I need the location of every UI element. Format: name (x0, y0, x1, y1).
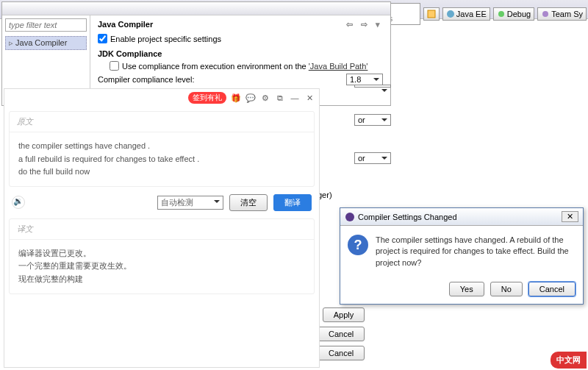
gift-icon[interactable]: 🎁 (231, 93, 241, 103)
dialog-close-icon[interactable]: ✕ (562, 211, 578, 222)
speaker-icon[interactable]: 🔉 (12, 196, 25, 209)
site-logo: 中文网 (551, 352, 587, 369)
use-execution-env-checkbox[interactable]: Use compliance from execution environmen… (110, 61, 383, 71)
dialog-message: The compiler settings have changed. A re… (376, 235, 576, 268)
translate-button[interactable]: 翻译 (273, 194, 312, 211)
svg-point-3 (542, 11, 548, 17)
svg-rect-0 (428, 10, 435, 18)
chat-icon[interactable]: 💬 (245, 93, 256, 103)
page-title: Java Compiler (98, 20, 153, 29)
yes-button[interactable]: Yes (449, 282, 484, 296)
perspective-team[interactable]: Team Sy (537, 7, 587, 21)
dialog-cancel-button[interactable]: Cancel (528, 282, 576, 296)
minimize-icon[interactable]: — (290, 93, 300, 102)
svg-point-1 (447, 10, 454, 18)
enable-project-specific-checkbox[interactable]: Enable project specific settings (98, 34, 383, 43)
nav-java-compiler[interactable]: Java Compiler (5, 36, 87, 50)
page-title-icons[interactable]: ⇦ ⇨ ▾ (346, 20, 383, 29)
compliance-level-select[interactable]: 1.8 (346, 74, 383, 85)
filter-input[interactable] (5, 18, 87, 32)
pin-icon[interactable]: ⧉ (275, 93, 285, 103)
partial-text: ger) (318, 191, 391, 199)
question-icon: ? (348, 235, 368, 255)
dialog-title: Compiler Settings Changed (358, 213, 457, 221)
perspective-java-ee[interactable]: Java EE (442, 7, 490, 21)
signin-badge[interactable]: 签到有礼 (188, 92, 226, 104)
compiler-settings-dialog: Compiler Settings Changed ✕ ? The compil… (340, 207, 584, 305)
apply-button[interactable]: Apply (323, 307, 365, 322)
partial-select[interactable]: or (354, 152, 391, 164)
source-label: 原文 (10, 112, 314, 132)
target-text: 编译器设置已更改。 一个完整的重建需要更改生效。 现在做完整的构建 (10, 240, 314, 293)
close-icon[interactable]: ✕ (304, 93, 315, 103)
svg-point-4 (345, 213, 354, 221)
language-select[interactable]: 自动检测 (157, 196, 223, 210)
target-label: 译文 (10, 219, 314, 240)
no-button[interactable]: No (490, 282, 523, 296)
jdk-compliance-group: JDK Compliance (98, 49, 383, 58)
translator-window: 签到有礼 🎁 💬 ⚙ ⧉ — ✕ 原文 the compiler setting… (4, 88, 320, 368)
properties-titlebar (2, 2, 390, 15)
cancel-button[interactable]: Cancel (318, 346, 365, 360)
partial-select[interactable] (354, 85, 391, 88)
open-perspective-button[interactable] (423, 7, 440, 21)
partial-select[interactable]: or (354, 114, 391, 126)
source-text[interactable]: the compiler settings have changed . a f… (10, 132, 314, 186)
java-build-path-link[interactable]: 'Java Build Path' (309, 62, 368, 71)
compliance-level-label: Compiler compliance level: (98, 75, 194, 84)
svg-point-2 (498, 11, 504, 17)
perspective-debug[interactable]: Debug (493, 7, 534, 21)
clear-button[interactable]: 清空 (229, 194, 268, 211)
eclipse-icon (345, 212, 355, 222)
gear-icon[interactable]: ⚙ (260, 93, 270, 103)
cancel-button[interactable]: Cancel (318, 327, 365, 341)
